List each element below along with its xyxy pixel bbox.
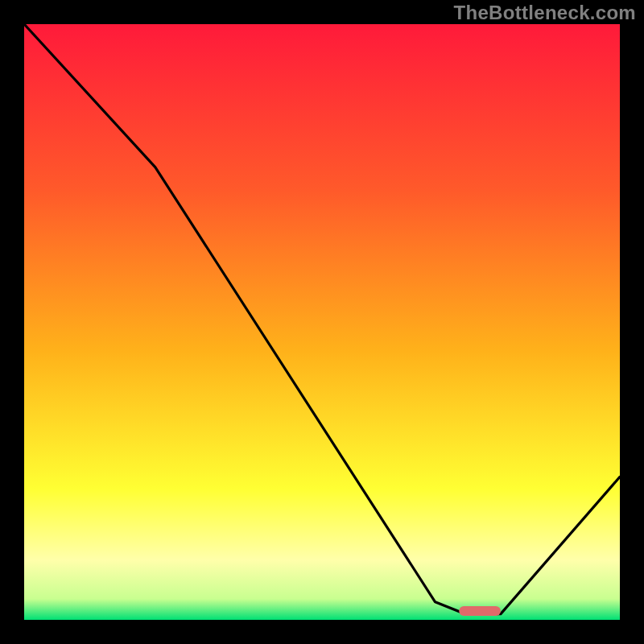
bottleneck-chart: [24, 24, 620, 620]
plot-area: [24, 24, 620, 620]
watermark-text: TheBottleneck.com: [454, 2, 636, 24]
chart-frame: TheBottleneck.com: [0, 0, 644, 644]
gradient-background: [24, 24, 620, 620]
optimal-range-marker: [459, 606, 501, 616]
